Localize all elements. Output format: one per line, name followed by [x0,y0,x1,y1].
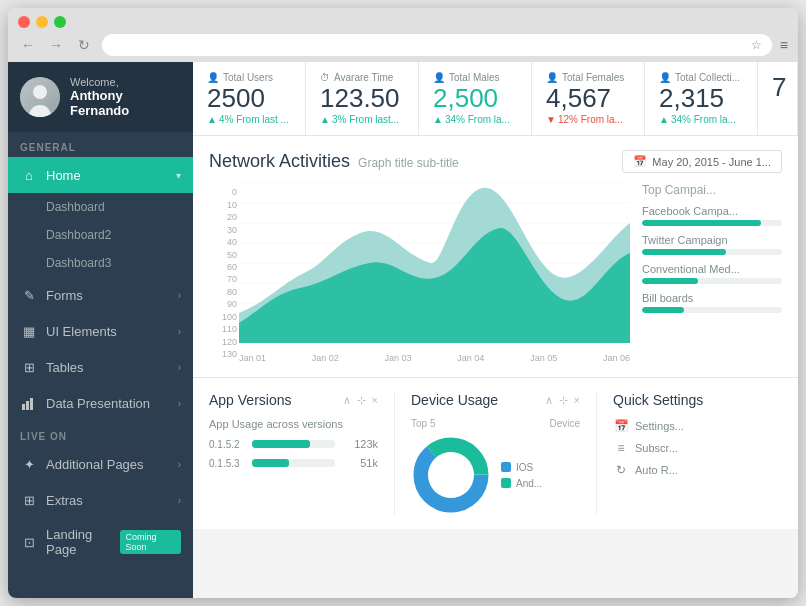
app-versions-actions: ∧ ⊹ × [343,394,378,407]
address-bar[interactable]: ☆ [102,34,772,56]
legend-ios: IOS [501,462,542,473]
browser-window: ← → ↻ ☆ ≡ Welcome, Anthony Fernando GENE… [8,8,798,598]
svg-rect-1 [26,401,29,410]
sidebar-item-dashboard[interactable]: Dashboard [8,193,193,221]
sidebar-item-data-presentation[interactable]: Data Presentation › [8,385,193,421]
sidebar-item-home[interactable]: ⌂ Home ▾ [8,157,193,193]
chevron-down-icon: ▾ [176,170,181,181]
ios-label: IOS [516,462,533,473]
stat-label-collection: 👤 Total Collecti... [659,72,743,83]
refresh-button[interactable]: ↻ [74,35,94,55]
stat-change-females: ▼ 12% From la... [546,114,630,125]
x-labels: Jan 01 Jan 02 Jan 03 Jan 04 Jan 05 Jan 0… [239,353,630,363]
version-bar-bg-1 [252,440,335,448]
y-label-130: 130 [209,349,237,359]
sidebar-item-forms[interactable]: ✎ Forms › [8,277,193,313]
app-content: Welcome, Anthony Fernando GENERAL ⌂ Home… [8,62,798,598]
sidebar-item-dashboard2[interactable]: Dashboard2 [8,221,193,249]
arrow-down-icon: ▼ [546,114,556,125]
y-label-120: 120 [209,337,237,347]
app-versions-header: App Versions ∧ ⊹ × [209,392,378,408]
y-label-0: 0 [209,187,237,197]
quick-settings-panel: Quick Settings 📅 Settings... ≡ Subscr...… [596,392,782,515]
stats-row: 👤 Total Users 2500 ▲ 4% From last ... ⏱ … [193,62,798,136]
version-bar-2 [252,459,289,467]
browser-toolbar: ← → ↻ ☆ ≡ [18,34,788,62]
browser-menu-icon[interactable]: ≡ [780,37,788,53]
setting-item-3[interactable]: ↻ Auto R... [613,462,782,478]
y-label-110: 110 [209,324,237,334]
chart-title-area: Network Activities Graph title sub-title [209,151,459,172]
section-general-label: GENERAL [8,132,193,157]
sidebar-item-dashboard3[interactable]: Dashboard3 [8,249,193,277]
avatar [20,77,60,117]
ui-elements-icon: ▦ [20,322,38,340]
device-table-header: Top 5 Device [411,418,580,429]
app-versions-title: App Versions [209,392,292,408]
additional-pages-icon: ✦ [20,455,38,473]
campaign-panel: Top Campai... Facebook Campa... Twitter … [642,183,782,363]
users-icon: 👤 [207,72,219,83]
pin-icon[interactable]: ⊹ [357,394,366,407]
auto-refresh-icon: ↻ [613,462,629,478]
campaign-twitter-bar [642,249,726,255]
sidebar-item-additional-pages[interactable]: ✦ Additional Pages › [8,446,193,482]
chart-title: Network Activities [209,151,350,172]
back-button[interactable]: ← [18,35,38,55]
app-versions-panel: App Versions ∧ ⊹ × App Usage across vers… [209,392,394,515]
device-usage-title: Device Usage [411,392,498,408]
forward-button[interactable]: → [46,35,66,55]
campaign-conventional: Conventional Med... [642,263,782,284]
close-icon[interactable]: × [372,394,378,407]
additional-pages-label: Additional Pages [46,457,144,472]
sidebar-item-tables[interactable]: ⊞ Tables › [8,349,193,385]
campaign-billboards: Bill boards [642,292,782,313]
chart-section: Network Activities Graph title sub-title… [193,136,798,377]
date-range-label: May 20, 2015 - June 1... [652,156,771,168]
collection-icon: 👤 [659,72,671,83]
setting-item-2[interactable]: ≡ Subscr... [613,440,782,456]
y-label-60: 60 [209,262,237,272]
chart-area: 130 120 110 100 90 80 70 60 50 40 30 [209,183,782,363]
y-axis: 130 120 110 100 90 80 70 60 50 40 30 [209,183,237,363]
android-label: And... [516,478,542,489]
sidebar-item-extras[interactable]: ⊞ Extras › [8,482,193,518]
chevron-right-icon-4: › [178,398,181,409]
stat-total-females: 👤 Total Females 4,567 ▼ 12% From la... [532,62,645,135]
maximize-dot[interactable] [54,16,66,28]
sidebar-item-landing-page[interactable]: ⊡ Landing Page Coming Soon [8,518,193,566]
stat-total-collection: 👤 Total Collecti... 2,315 ▲ 34% From la.… [645,62,758,135]
campaign-billboards-bar [642,307,684,313]
date-range-button[interactable]: 📅 May 20, 2015 - June 1... [622,150,782,173]
device-usage-content: IOS And... [411,435,580,515]
stat-value-time: 123.50 [320,83,404,114]
sidebar: Welcome, Anthony Fernando GENERAL ⌂ Home… [8,62,193,598]
minimize-dot[interactable] [36,16,48,28]
bookmark-icon: ☆ [751,38,762,52]
landing-icon: ⊡ [20,533,38,551]
campaign-facebook-bar [642,220,761,226]
setting-item-1[interactable]: 📅 Settings... [613,418,782,434]
profile-name: Anthony Fernando [70,88,181,118]
close-dot[interactable] [18,16,30,28]
campaign-facebook-name: Facebook Campa... [642,205,782,217]
sidebar-profile: Welcome, Anthony Fernando [8,62,193,132]
campaign-title: Top Campai... [642,183,782,197]
device-col-label: Device [549,418,580,429]
version-count-1: 123k [343,438,378,450]
males-icon: 👤 [433,72,445,83]
y-label-20: 20 [209,212,237,222]
sidebar-item-ui-elements[interactable]: ▦ UI Elements › [8,313,193,349]
home-icon: ⌂ [20,166,38,184]
campaign-twitter-name: Twitter Campaign [642,234,782,246]
campaign-facebook-bar-bg [642,220,782,226]
arrow-up-icon: ▲ [207,114,217,125]
pin-icon-2[interactable]: ⊹ [559,394,568,407]
expand-icon-2[interactable]: ∧ [545,394,553,407]
close-icon-2[interactable]: × [574,394,580,407]
y-label-100: 100 [209,312,237,322]
expand-icon[interactable]: ∧ [343,394,351,407]
campaign-twitter-bar-bg [642,249,782,255]
device-legend: IOS And... [501,435,542,515]
campaign-twitter: Twitter Campaign [642,234,782,255]
